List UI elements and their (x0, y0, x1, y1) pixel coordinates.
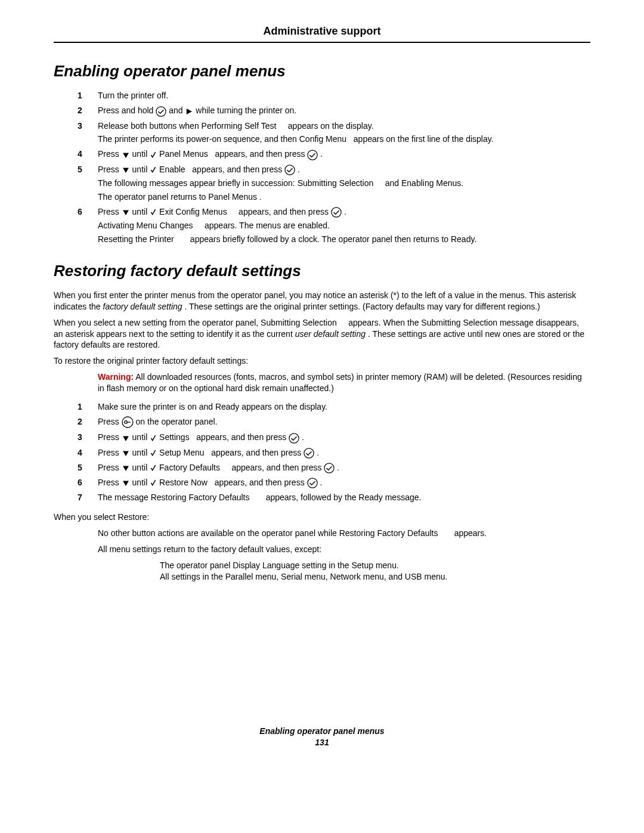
display-text: Submitting Selection (261, 318, 337, 327)
text: The operator panel Display Language sett… (160, 560, 590, 571)
step-body: Make sure the printer is on and Ready ap… (98, 401, 590, 413)
check-icon (150, 208, 157, 216)
page-header: Administrative support (54, 24, 590, 38)
text: No other button actions are available on… (98, 528, 339, 538)
text: and (169, 106, 185, 115)
substep: Activating Menu Changes appears. The men… (98, 220, 590, 231)
step-num: 2 (54, 416, 98, 428)
display-text: Panel Menus (159, 149, 208, 159)
step2: 2 Press and hold and while turning the p… (54, 105, 590, 116)
term: user default setting (295, 329, 366, 339)
restore-notes: No other button actions are available on… (98, 528, 590, 583)
restore-note: All menu settings return to the factory … (98, 544, 590, 555)
step4: 4 Press until Setup Menu appears, and th… (54, 447, 590, 459)
text: When you select a new setting from the o… (54, 318, 261, 327)
paragraph: To restore the original printer factory … (54, 355, 590, 367)
text: message. (385, 493, 422, 502)
term: factory default setting (103, 302, 182, 311)
paragraph: When you select a new setting from the o… (54, 317, 590, 351)
section1-steps: 1 Turn the printer off. 2 Press and hold… (54, 90, 590, 244)
warning-label: Warning: (98, 372, 134, 382)
text: . (320, 149, 323, 159)
text: until (132, 165, 150, 174)
footer-page-number: 131 (54, 737, 590, 748)
step3: 3 Press until Settings appears, and then… (54, 432, 590, 443)
select-icon (284, 165, 295, 175)
display-text: Submitting Selection (298, 178, 374, 188)
step-body: Press until Restore Now appears, and the… (98, 477, 590, 488)
section1-title: Enabling operator panel menus (54, 61, 590, 82)
text: Release both buttons when (98, 121, 202, 131)
down-arrow-icon (122, 434, 130, 442)
text: Press (98, 478, 122, 487)
step-num: 1 (54, 90, 98, 101)
select-icon (307, 478, 318, 488)
select-icon (289, 433, 299, 444)
text: The printer performs its power-on sequen… (98, 134, 299, 144)
text: Press and hold (98, 106, 156, 115)
text: appears, and then press (192, 165, 284, 174)
step-body: Release both buttons when Performing Sel… (98, 120, 590, 145)
step-body: Press until Settings appears, and then p… (98, 432, 590, 443)
check-icon (150, 479, 157, 487)
down-arrow-icon (122, 449, 130, 457)
restore-subnote: The operator panel Display Language sett… (160, 560, 590, 583)
display-text: Settings (159, 432, 190, 442)
text: until (132, 432, 150, 442)
step1: 1 Turn the printer off. (54, 90, 590, 101)
text: Make sure the printer is on and (98, 402, 215, 411)
text: appears on the first line of the display… (354, 134, 494, 144)
substep: The following messages appear briefly in… (98, 178, 590, 189)
warning-block: Warning: All downloaded resources (fonts… (98, 371, 590, 394)
down-arrow-icon (122, 464, 130, 472)
step-body: Press until Factory Defaults appears, an… (98, 462, 590, 473)
section2-steps: 1 Make sure the printer is on and Ready … (54, 401, 590, 503)
text: Press (98, 207, 122, 216)
select-icon (307, 150, 318, 160)
step3: 3 Release both buttons when Performing S… (54, 120, 590, 145)
step-num: 5 (54, 164, 98, 203)
text: appears, and then press (231, 463, 324, 472)
text: appears. (454, 528, 487, 538)
text: appears, and then press (215, 478, 307, 487)
substep: The printer performs its power-on sequen… (98, 134, 590, 145)
display-text: Performing Self Test (202, 121, 277, 131)
warning-text: All downloaded resources (fonts, macros,… (98, 372, 582, 393)
step6: 6 Press until Restore Now appears, and t… (54, 477, 590, 488)
display-text: Ready (215, 402, 239, 411)
display-text: Resetting the Printer (98, 234, 174, 244)
text: appears on the display. (242, 402, 327, 411)
substep: The operator panel returns to Panel Menu… (98, 191, 590, 203)
text: appears. The menus are enabled. (205, 221, 330, 230)
check-icon (150, 464, 157, 472)
step6: 6 Press until Exit Config Menus appears,… (54, 206, 590, 245)
text: until (132, 149, 150, 159)
step4: 4 Press until Panel Menus appears, and t… (54, 148, 590, 160)
text: on the operator panel. (136, 417, 218, 426)
text: appears, and then press (215, 149, 307, 159)
text: The operator panel returns to (98, 192, 208, 202)
page-footer: Enabling operator panel menus 131 (54, 726, 590, 748)
step-num: 2 (54, 105, 98, 116)
step-body: Press until Exit Config Menus appears, a… (98, 206, 590, 245)
step-body: Press until Setup Menu appears, and then… (98, 447, 590, 459)
display-text: Setup Menu (159, 448, 205, 457)
text: until (132, 463, 150, 472)
text: Press (98, 149, 122, 159)
display-text: Activating Menu Changes (98, 221, 193, 230)
text: . (259, 192, 262, 202)
text: . (320, 478, 322, 487)
display-text: Restore Now (159, 478, 208, 487)
display-text: Enabling Menus. (401, 178, 463, 188)
step7: 7 The message Restoring Factory Defaults… (54, 492, 590, 503)
down-arrow-icon (122, 151, 130, 159)
down-arrow-icon (122, 479, 130, 487)
header-rule (54, 42, 590, 43)
text: until (132, 448, 150, 457)
display-text: Ready. (451, 234, 476, 244)
step-body: Turn the printer off. (98, 90, 590, 101)
step-body: Press until Panel Menus appears, and the… (98, 148, 590, 160)
step-body: Press on the operator panel. (98, 416, 590, 428)
select-icon (324, 463, 335, 473)
footer-title: Enabling operator panel menus (54, 726, 590, 737)
